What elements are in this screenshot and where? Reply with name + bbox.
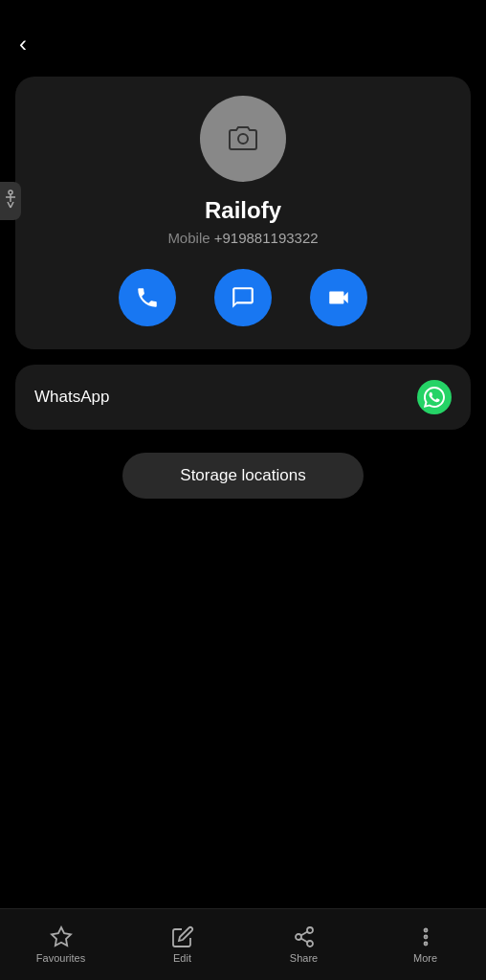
contact-name: Railofy [205,197,281,224]
message-button[interactable] [214,269,272,326]
back-button[interactable]: ‹ [19,31,27,57]
action-buttons [119,269,367,326]
svg-line-4 [11,202,13,208]
phone-label: Mobile [167,230,210,246]
svg-point-7 [296,934,301,940]
svg-line-10 [300,932,307,936]
whatsapp-row[interactable]: WhatsApp [15,365,471,430]
contact-card: Railofy Mobile +919881193322 [15,77,471,349]
nav-share-label: Share [290,952,318,964]
nav-edit[interactable]: Edit [122,925,243,964]
nav-favourites-label: Favourites [36,952,85,964]
svg-line-3 [8,202,11,208]
nav-edit-label: Edit [173,952,191,964]
svg-point-8 [307,941,313,947]
nav-more-label: More [413,952,437,964]
nav-more[interactable]: More [364,925,486,964]
whatsapp-icon [417,380,452,414]
call-button[interactable] [119,269,176,326]
whatsapp-label: WhatsApp [34,388,109,407]
contact-phone: Mobile +919881193322 [167,230,318,246]
phone-number: +919881193322 [214,230,319,246]
nav-favourites[interactable]: Favourites [0,925,122,964]
bottom-nav: Favourites Edit Share More [0,908,486,980]
svg-point-13 [424,943,427,946]
svg-line-9 [300,939,307,943]
video-button[interactable] [310,269,367,326]
svg-point-0 [9,190,12,194]
svg-point-11 [424,929,427,932]
storage-locations-button[interactable]: Storage locations [122,453,363,499]
svg-point-12 [424,936,427,939]
avatar [200,96,286,182]
accessibility-icon [0,182,21,220]
svg-point-6 [307,927,313,933]
svg-marker-5 [52,927,71,946]
nav-share[interactable]: Share [243,925,364,964]
